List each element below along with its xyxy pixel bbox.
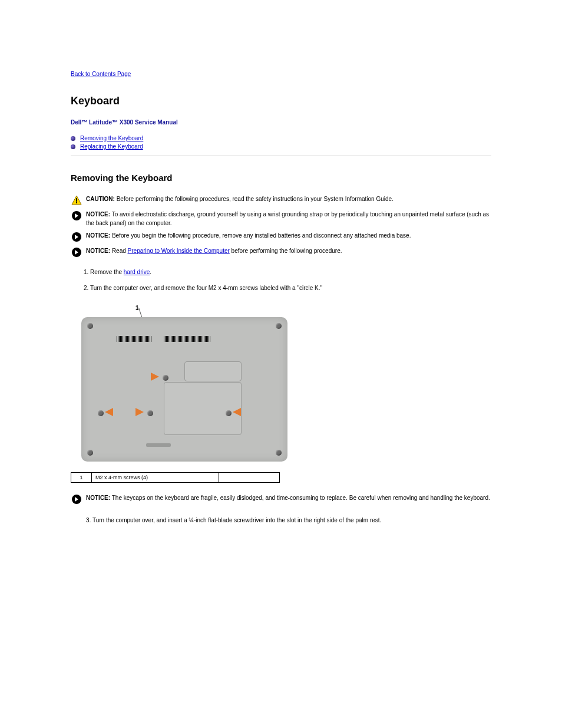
breadcrumb: Dell™ Latitude™ X300 Service Manual — [71, 119, 491, 126]
parts-table: 1 M2 x 4-mm screws (4) — [71, 472, 280, 483]
laptop-bottom-case — [81, 317, 287, 462]
parts-empty — [219, 473, 280, 483]
table-row: 1 M2 x 4-mm screws (4) — [71, 473, 280, 483]
keyboard-removal-photo: 1 — [81, 299, 287, 467]
caution-callout: CAUTION: Before performing the following… — [71, 195, 491, 206]
notice-icon — [71, 493, 82, 505]
back-link[interactable]: Back to Contents Page — [71, 71, 491, 77]
toc-list: Removing the Keyboard Replacing the Keyb… — [71, 135, 491, 150]
link-preparing[interactable]: Preparing to Work Inside the Computer — [128, 248, 230, 254]
notice-icon — [71, 246, 82, 258]
notice-text-1: NOTICE: To avoid electrostatic discharge… — [86, 210, 491, 228]
link-hard-drive[interactable]: hard drive — [124, 269, 150, 275]
notice-callout-4: NOTICE: The keycaps on the keyboard are … — [71, 493, 491, 505]
notice-icon — [71, 210, 82, 222]
parts-num: 1 — [71, 473, 92, 483]
notice-text-4: NOTICE: The keycaps on the keyboard are … — [86, 493, 491, 502]
svg-rect-1 — [76, 198, 77, 202]
step-3: 3. Turn the computer over, and insert a … — [86, 516, 491, 525]
step-1: 1. Remove the hard drive. — [84, 268, 491, 276]
section-heading: Removing the Keyboard — [71, 173, 491, 183]
step-2: 2. Turn the computer over, and remove th… — [84, 284, 491, 292]
divider — [71, 156, 491, 156]
page-title: Keyboard — [71, 95, 491, 107]
caution-icon — [71, 195, 82, 206]
toc-item-removing[interactable]: Removing the Keyboard — [71, 135, 491, 141]
parts-desc: M2 x 4-mm screws (4) — [92, 473, 219, 483]
svg-rect-2 — [76, 202, 77, 203]
notice-callout-3: NOTICE: Read Preparing to Work Inside th… — [71, 246, 491, 258]
notice-callout-2: NOTICE: Before you begin the following p… — [71, 231, 491, 243]
notice-text-3: NOTICE: Read Preparing to Work Inside th… — [86, 246, 491, 255]
caution-text: CAUTION: Before performing the following… — [86, 195, 491, 203]
notice-icon — [71, 231, 82, 243]
notice-text-2: NOTICE: Before you begin the following p… — [86, 231, 491, 240]
notice-callout-1: NOTICE: To avoid electrostatic discharge… — [71, 210, 491, 228]
toc-item-replacing[interactable]: Replacing the Keyboard — [71, 143, 491, 150]
